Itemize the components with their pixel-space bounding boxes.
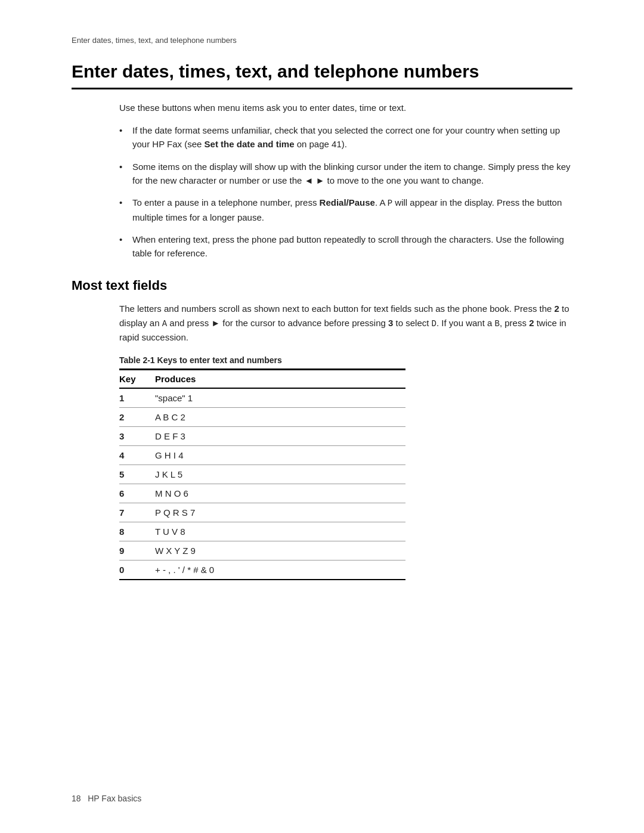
cell-produces: W X Y Z 9 xyxy=(155,541,405,560)
cell-produces: D E F 3 xyxy=(155,426,405,445)
breadcrumb: Enter dates, times, text, and telephone … xyxy=(72,36,572,45)
intro-text: Use these buttons when menu items ask yo… xyxy=(119,103,572,113)
cell-produces: A B C 2 xyxy=(155,407,405,426)
cell-key: 9 xyxy=(119,541,155,560)
table-row: 6M N O 6 xyxy=(119,484,405,503)
list-item: To enter a pause in a telephone number, … xyxy=(119,196,572,224)
table-row: 1"space" 1 xyxy=(119,388,405,408)
mono-p: P xyxy=(388,199,392,208)
mono-b: B xyxy=(495,319,500,329)
footer-text: HP Fax basics xyxy=(88,794,141,803)
bold-set-date: Set the date and time xyxy=(205,139,295,149)
footer-page-number: 18 xyxy=(72,794,81,803)
cell-key: 1 xyxy=(119,388,155,408)
table-body: 1"space" 12A B C 23D E F 34G H I 45J K L… xyxy=(119,388,405,580)
cell-key: 2 xyxy=(119,407,155,426)
col-key: Key xyxy=(119,369,155,388)
col-produces: Produces xyxy=(155,369,405,388)
cell-produces: G H I 4 xyxy=(155,445,405,465)
table-row: 4G H I 4 xyxy=(119,445,405,465)
footer: 18 HP Fax basics xyxy=(72,794,141,803)
bold-3: 3 xyxy=(388,318,393,328)
list-item: When entering text, press the phone pad … xyxy=(119,233,572,261)
table-row: 5J K L 5 xyxy=(119,465,405,484)
cell-produces: + - , . ' / * # & 0 xyxy=(155,560,405,580)
table-row: 2A B C 2 xyxy=(119,407,405,426)
cell-key: 4 xyxy=(119,445,155,465)
mono-d: D xyxy=(432,319,436,329)
bullet-list: If the date format seems unfamiliar, che… xyxy=(119,123,572,260)
table-row: 9W X Y Z 9 xyxy=(119,541,405,560)
table-caption-bold: Table 2-1 xyxy=(119,355,155,365)
cell-key: 0 xyxy=(119,560,155,580)
subsection-title: Most text fields xyxy=(72,278,572,293)
table-header-row: Key Produces xyxy=(119,369,405,388)
list-item: Some items on the display will show up w… xyxy=(119,160,572,188)
page: Enter dates, times, text, and telephone … xyxy=(0,0,644,833)
table-row: 7P Q R S 7 xyxy=(119,503,405,522)
bold-2: 2 xyxy=(555,304,559,314)
cell-key: 5 xyxy=(119,465,155,484)
table-caption-text: Keys to enter text and numbers xyxy=(155,355,282,365)
bold-2b: 2 xyxy=(529,318,534,328)
cell-produces: M N O 6 xyxy=(155,484,405,503)
keys-table: Key Produces 1"space" 12A B C 23D E F 34… xyxy=(119,368,405,580)
bold-redial: Redial/Pause xyxy=(320,197,375,208)
list-item: If the date format seems unfamiliar, che… xyxy=(119,123,572,151)
cell-produces: P Q R S 7 xyxy=(155,503,405,522)
subsection-body: The letters and numbers scroll as shown … xyxy=(119,302,572,344)
table-row: 8T U V 8 xyxy=(119,522,405,541)
cell-key: 3 xyxy=(119,426,155,445)
mono-a: A xyxy=(162,319,167,329)
cell-produces: "space" 1 xyxy=(155,388,405,408)
cell-produces: T U V 8 xyxy=(155,522,405,541)
cell-key: 8 xyxy=(119,522,155,541)
table-row: 3D E F 3 xyxy=(119,426,405,445)
cell-key: 6 xyxy=(119,484,155,503)
cell-produces: J K L 5 xyxy=(155,465,405,484)
cell-key: 7 xyxy=(119,503,155,522)
table-row: 0+ - , . ' / * # & 0 xyxy=(119,560,405,580)
section-title: Enter dates, times, text, and telephone … xyxy=(72,61,572,89)
table-caption: Table 2-1 Keys to enter text and numbers xyxy=(119,355,572,365)
